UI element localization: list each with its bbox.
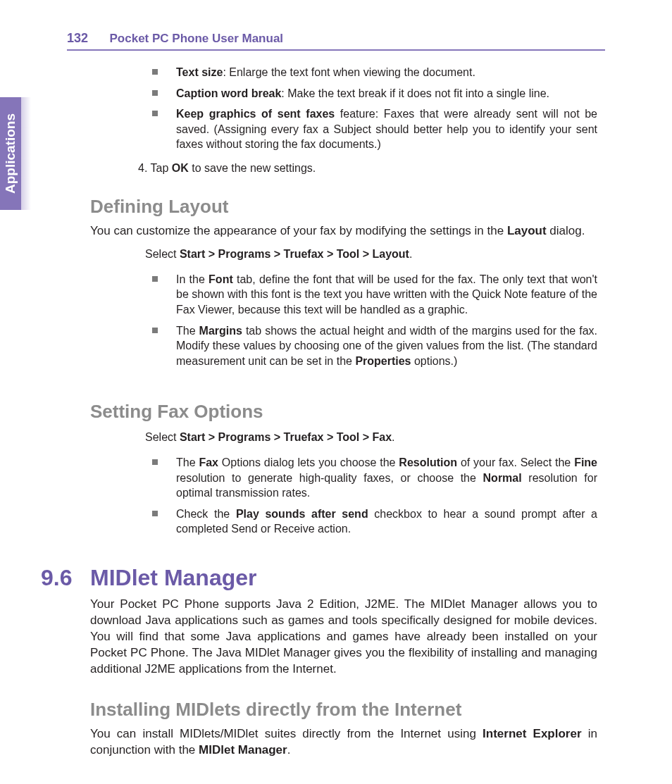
- text: resolution to generate high-quality faxe…: [176, 472, 483, 484]
- installing-midlets-intro: You can install MIDlets/MIDlet suites di…: [90, 726, 597, 759]
- bold-properties: Properties: [355, 355, 411, 367]
- list-item: Keep graphics of sent faxes feature: Fax…: [152, 106, 597, 152]
- text: Options dialog lets you choose the: [218, 456, 399, 468]
- text: In the: [176, 273, 209, 285]
- bold-margins: Margins: [199, 325, 242, 337]
- list-item: The Margins tab shows the actual height …: [152, 323, 597, 369]
- step-number: 4.: [138, 162, 151, 174]
- content-area: Text size: Enlarge the text font when vi…: [90, 65, 597, 766]
- step-bold: OK: [172, 162, 189, 174]
- text: .: [392, 431, 394, 443]
- step-post: to save the new settings.: [189, 162, 316, 174]
- chapter-title: MIDlet Manager: [90, 565, 256, 590]
- bullet-text: : Make the text break if it does not fit…: [281, 87, 549, 99]
- side-tab-fade: [21, 97, 31, 210]
- page-number: 132: [67, 31, 88, 45]
- bold-play-sounds: Play sounds after send: [236, 508, 368, 520]
- text: Check the: [176, 508, 236, 520]
- text: of your fax. Select the: [457, 456, 574, 468]
- bold-fax: Fax: [199, 456, 218, 468]
- bullet-bold: Keep graphics of sent faxes: [176, 108, 335, 120]
- nav-path: Start > Programs > Truefax > Tool > Fax: [180, 431, 392, 443]
- manual-page: 132 Pocket PC Phone User Manual Applicat…: [0, 0, 672, 784]
- setting-fax-bullets: The Fax Options dialog lets you choose t…: [152, 455, 597, 537]
- bullet-text: : Enlarge the text font when viewing the…: [223, 66, 475, 78]
- bullet-bold: Caption word break: [176, 87, 281, 99]
- heading-installing-midlets: Installing MIDlets directly from the Int…: [90, 699, 597, 721]
- list-item: In the Font tab, define the font that wi…: [152, 272, 597, 318]
- bold-fine: Fine: [574, 456, 597, 468]
- defining-layout-bullets: In the Font tab, define the font that wi…: [152, 272, 597, 369]
- nav-path: Start > Programs > Truefax > Tool > Layo…: [180, 248, 409, 260]
- list-item: Caption word break: Make the text break …: [152, 86, 597, 101]
- bold-layout: Layout: [507, 224, 547, 237]
- text: Select: [145, 248, 180, 260]
- defining-layout-select: Select Start > Programs > Truefax > Tool…: [145, 247, 597, 262]
- chapter-number: 9.6: [41, 565, 72, 591]
- step-pre: Tap: [151, 162, 172, 174]
- bullet-list-top: Text size: Enlarge the text font when vi…: [152, 65, 597, 152]
- bold-resolution: Resolution: [399, 456, 457, 468]
- bold-font: Font: [209, 273, 233, 285]
- bullet-bold: Text size: [176, 66, 223, 78]
- side-tab: Applications: [0, 97, 21, 210]
- bold-midlet-mgr: MIDlet Manager: [199, 743, 287, 757]
- side-tab-label: Applications: [3, 113, 18, 194]
- text: .: [287, 743, 291, 757]
- header-title: Pocket PC Phone User Manual: [110, 32, 284, 45]
- midlet-intro: Your Pocket PC Phone supports Java 2 Edi…: [90, 597, 597, 678]
- bold-normal: Normal: [483, 472, 522, 484]
- setting-fax-select: Select Start > Programs > Truefax > Tool…: [145, 430, 597, 445]
- text: dialog.: [547, 224, 585, 237]
- text: The: [176, 456, 199, 468]
- heading-defining-layout: Defining Layout: [90, 196, 597, 218]
- list-item: Text size: Enlarge the text font when vi…: [152, 65, 597, 80]
- text: You can customize the appearance of your…: [90, 224, 507, 237]
- list-item: The Fax Options dialog lets you choose t…: [152, 455, 597, 501]
- text: The: [176, 325, 199, 337]
- text: options.): [411, 355, 458, 367]
- text: Select: [145, 431, 180, 443]
- text: tab, define the font that will be used f…: [176, 273, 597, 316]
- page-header: 132 Pocket PC Phone User Manual: [67, 31, 605, 48]
- heading-setting-fax: Setting Fax Options: [90, 401, 597, 423]
- header-rule: [67, 49, 605, 51]
- defining-layout-intro: You can customize the appearance of your…: [90, 223, 597, 239]
- heading-midlet-manager: 9.6 MIDlet Manager: [90, 565, 597, 591]
- text: You can install MIDlets/MIDlet suites di…: [90, 727, 483, 740]
- bold-ie: Internet Explorer: [483, 727, 582, 740]
- list-item: Check the Play sounds after send checkbo…: [152, 506, 597, 537]
- text: .: [409, 248, 412, 260]
- step-4: 4. Tap OK to save the new settings.: [138, 161, 597, 176]
